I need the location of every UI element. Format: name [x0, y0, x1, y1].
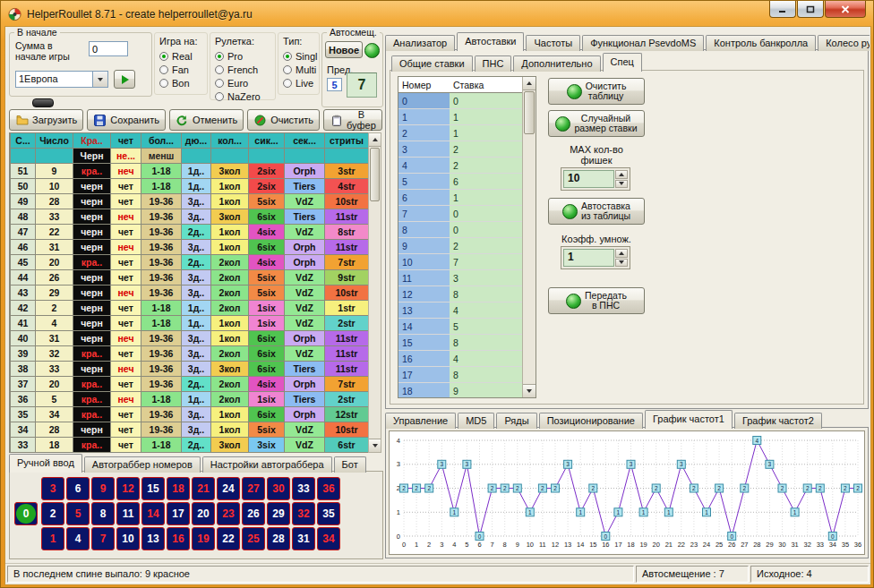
bets-row[interactable]: 92 — [398, 238, 522, 254]
number-tile-35[interactable]: 35 — [317, 502, 340, 525]
to-buffer-button[interactable]: В буфер — [323, 109, 382, 131]
chart-tab-0[interactable]: Управление — [385, 413, 456, 429]
number-tile-10[interactable]: 10 — [116, 527, 140, 550]
scroll-thumb[interactable] — [524, 91, 535, 134]
spinner-up-button[interactable] — [615, 170, 628, 179]
input-tab-0[interactable]: Ручной ввод — [9, 454, 82, 473]
input-tab-1[interactable]: Автограббер номеров — [84, 456, 201, 473]
main-tab-5[interactable]: Колесо ру — [818, 35, 870, 51]
number-tile-25[interactable]: 25 — [242, 527, 265, 550]
chart-tab-5[interactable]: График частот2 — [734, 413, 822, 429]
radio-euro[interactable]: Euro — [215, 76, 275, 89]
spinner-down-button[interactable] — [615, 180, 628, 189]
number-tile-17[interactable]: 17 — [167, 502, 190, 525]
bets-row[interactable]: 42 — [398, 158, 522, 174]
max-chips-spinner[interactable]: 10 — [561, 167, 630, 191]
number-tile-7[interactable]: 7 — [91, 527, 115, 550]
number-tile-36[interactable]: 36 — [317, 477, 340, 500]
spins-table-container[interactable]: С...ЧислоКра..четбол...дю...кол...сик...… — [9, 132, 368, 453]
spins-row[interactable]: 5010чернчет1-181д..1кол2sixTiers4str — [11, 179, 369, 194]
bets-table-scrollbar[interactable] — [522, 77, 536, 397]
bets-row[interactable]: 61 — [398, 190, 522, 206]
number-tile-22[interactable]: 22 — [217, 527, 240, 550]
spinner-up-button[interactable] — [615, 249, 628, 258]
number-tile-28[interactable]: 28 — [267, 527, 290, 550]
bets-row[interactable]: 113 — [398, 270, 522, 286]
number-tile-12[interactable]: 12 — [116, 477, 140, 500]
number-tile-19[interactable]: 19 — [192, 527, 215, 550]
multiplier-spinner[interactable]: 1 — [561, 246, 630, 269]
spins-row[interactable]: 3720кра..чет19-362д..2кол4sixOrph7str — [11, 377, 369, 392]
chart-tab-3[interactable]: Позиционирование — [539, 413, 643, 429]
input-tab-2[interactable]: Настройки автограббера — [202, 456, 332, 473]
new-autoshift-button[interactable]: Новое — [325, 41, 363, 58]
scroll-thumb[interactable] — [370, 148, 380, 201]
spins-row[interactable]: 4833черннеч19-363д..3кол6sixTiers11str — [11, 209, 369, 225]
close-button[interactable] — [825, 1, 866, 18]
radio-pro[interactable]: Pro — [215, 49, 275, 63]
radio-french[interactable]: French — [215, 63, 275, 76]
number-tile-11[interactable]: 11 — [116, 502, 140, 525]
spins-row[interactable]: 4722чернчет19-362д..1кол4sixVdZ8str — [11, 225, 369, 240]
radio-bon[interactable]: Bon — [159, 76, 207, 89]
number-tile-21[interactable]: 21 — [192, 477, 215, 500]
bets-subtab-1[interactable]: ПНС — [475, 55, 512, 72]
undo-button[interactable]: Отменить — [169, 109, 244, 131]
chart-tab-4[interactable]: График частот1 — [645, 410, 733, 429]
chart-tab-2[interactable]: Ряды — [496, 413, 536, 429]
number-tile-34[interactable]: 34 — [317, 527, 340, 550]
bets-row[interactable]: 164 — [398, 351, 522, 367]
number-tile-0[interactable]: 0 — [14, 502, 38, 525]
radio-nazero[interactable]: NaZero — [215, 89, 275, 103]
number-tile-20[interactable]: 20 — [192, 502, 215, 525]
radio-fan[interactable]: Fan — [159, 63, 207, 76]
radio-multi[interactable]: Multi — [283, 63, 319, 76]
number-tile-32[interactable]: 32 — [292, 502, 315, 525]
main-tab-1[interactable]: Автоставки — [457, 32, 524, 51]
number-tile-18[interactable]: 18 — [167, 477, 190, 500]
to-pns-button[interactable]: Передать в ПНС — [548, 287, 645, 314]
number-tile-3[interactable]: 3 — [41, 477, 64, 500]
clear-button[interactable]: Очистить — [247, 109, 320, 131]
scroll-up-button[interactable] — [523, 77, 536, 90]
spins-row[interactable]: 414чернчет1-181д..1кол1sixVdZ2str — [11, 316, 369, 331]
chart-tab-1[interactable]: MD5 — [458, 413, 494, 429]
bets-row[interactable]: 56 — [398, 174, 522, 190]
multiplier-value[interactable]: 1 — [563, 249, 614, 267]
spins-row[interactable]: 4329черннеч19-363д..2кол5sixVdZ10str — [11, 285, 369, 301]
play-button[interactable] — [114, 70, 135, 89]
number-tile-15[interactable]: 15 — [141, 477, 165, 500]
spins-row[interactable]: 3428чернчет19-363д..1кол5sixVdZ10str — [11, 422, 369, 438]
number-tile-29[interactable]: 29 — [267, 502, 290, 525]
bets-subtab-0[interactable]: Общие ставки — [391, 55, 473, 72]
spins-table-scrollbar[interactable] — [368, 132, 381, 453]
bets-row[interactable]: 32 — [398, 141, 522, 158]
scroll-down-button[interactable] — [369, 439, 381, 452]
clear-table-button[interactable]: Очистить таблицу — [548, 78, 645, 105]
spins-row[interactable]: 422чернчет1-181д..2кол1sixVdZ1str — [11, 301, 369, 316]
number-tile-16[interactable]: 16 — [167, 527, 190, 550]
number-tile-23[interactable]: 23 — [217, 502, 240, 525]
bets-row[interactable]: 134 — [398, 303, 522, 319]
max-chips-value[interactable]: 10 — [563, 170, 614, 188]
main-tab-2[interactable]: Частоты — [526, 35, 580, 51]
number-tile-6[interactable]: 6 — [66, 477, 90, 500]
maximize-button[interactable] — [797, 1, 824, 18]
title-bar[interactable]: HelperRoullet 8.71 - create helperroulle… — [1, 1, 873, 26]
chevron-down-icon[interactable] — [92, 72, 107, 87]
bets-row[interactable]: 00 — [398, 93, 522, 109]
bets-subtab-2[interactable]: Дополнительно — [513, 55, 600, 72]
spins-row[interactable]: 4426чернчет19-363д..2кол5sixVdZ9str — [11, 270, 369, 285]
number-tile-1[interactable]: 1 — [41, 527, 64, 550]
spinner-down-button[interactable] — [615, 259, 628, 268]
number-tile-26[interactable]: 26 — [242, 502, 265, 525]
bets-row[interactable]: 107 — [398, 254, 522, 270]
random-bet-button[interactable]: Случайный размер ставки — [548, 110, 645, 137]
bets-row[interactable]: 128 — [398, 286, 522, 303]
bets-subtab-3[interactable]: Спец — [603, 53, 642, 72]
input-tab-3[interactable]: Бот — [334, 456, 366, 473]
bets-row[interactable]: 178 — [398, 367, 522, 383]
number-tile-24[interactable]: 24 — [217, 477, 240, 500]
game-variant-select[interactable]: 1Европа — [15, 71, 108, 88]
load-button[interactable]: Загрузить — [9, 109, 83, 131]
